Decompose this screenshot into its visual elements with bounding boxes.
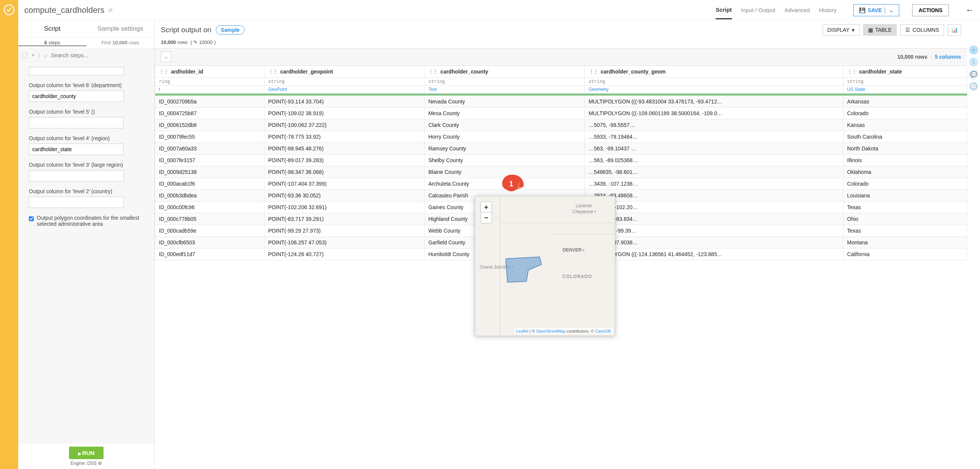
app-logo	[0, 0, 18, 469]
tab-advanced[interactable]: Advanced	[785, 2, 810, 19]
output-title: Script output on	[161, 26, 211, 34]
output-subheader: 10,000 rows ( ✎ 10000 )	[155, 40, 967, 49]
left-tab-script[interactable]: Script	[18, 21, 86, 37]
search-steps-input[interactable]	[51, 52, 151, 59]
side-history-icon[interactable]: 🕒	[969, 82, 978, 91]
column-header[interactable]: ⋮⋮ cardholder_geopoint	[264, 66, 425, 78]
svg-marker-6	[506, 257, 542, 282]
table-row[interactable]: ID_0007fe3157POINT(-89.017 39.283)Shelby…	[155, 155, 967, 166]
table-row[interactable]: ID_0002709b5aPOINT(-93.114 33.704)Nevada…	[155, 96, 967, 108]
chart-icon: 📊	[951, 27, 958, 33]
column-header[interactable]: ⋮⋮ cardholder_county_geom	[584, 66, 843, 78]
left-tab-sample[interactable]: Sample settings	[86, 21, 155, 37]
table-row[interactable]: ID_000acab1f6POINT(-107.404 37.399)Archu…	[155, 178, 967, 190]
map-label-cheyenne: Cheyenne •	[572, 209, 596, 214]
tab-io[interactable]: Input / Output	[741, 2, 776, 19]
field-label-l5: Output column for 'level 5' ()	[29, 109, 144, 115]
table-stats: 10,000 rows · 5 columns	[897, 54, 961, 60]
map-label-laramie: Laramie	[576, 203, 592, 208]
field-input-empty[interactable]	[29, 67, 124, 75]
poly-checkbox[interactable]	[29, 215, 34, 222]
side-info-icon[interactable]: i	[969, 58, 978, 67]
map-label-co: COLORADO	[562, 274, 592, 279]
field-input-l3[interactable]	[29, 170, 124, 181]
column-header[interactable]: ⋮⋮ ardholder_id	[155, 66, 264, 78]
engine-label[interactable]: Engine: DSS ⚙	[21, 461, 151, 466]
table-row[interactable]: ID_0006152db8POINT(-100.062 37.222)Clark…	[155, 119, 967, 131]
list-icon: ☰	[905, 27, 910, 33]
columns-button[interactable]: ☰ COLUMNS	[900, 24, 944, 36]
column-header[interactable]: ⋮⋮ cardholder_state	[843, 66, 967, 78]
side-add-icon[interactable]: ＋	[969, 46, 978, 55]
table-icon: ▦	[868, 27, 873, 33]
map-label-denver: DENVER •	[562, 247, 584, 253]
select-dropdown-icon[interactable]: ▼	[31, 53, 35, 57]
tab-history[interactable]: History	[819, 2, 837, 19]
search-icon: ⌕	[44, 52, 47, 59]
table-row[interactable]: ID_0007a60a33POINT(-98.945 48.276)Ramsey…	[155, 143, 967, 155]
actions-button[interactable]: ACTIONS	[912, 4, 949, 16]
field-input-l6[interactable]	[29, 90, 124, 102]
search-icon: ⌕	[165, 54, 168, 60]
side-chat-icon[interactable]: 💬	[969, 70, 978, 79]
rows-count[interactable]: First 10,000 rows	[86, 40, 155, 46]
table-view-button[interactable]: ▦ TABLE	[863, 24, 897, 36]
field-label-l4: Output column for 'level 4' (region)	[29, 135, 144, 141]
table-row[interactable]: ID_0004725b87POINT(-109.02 38.919)Mesa C…	[155, 108, 967, 119]
field-input-l4[interactable]	[29, 144, 124, 155]
table-row[interactable]: ID_0009d25138POINT(-98.347 36.068)Blaine…	[155, 166, 967, 178]
display-button[interactable]: DISPLAY ▾	[822, 24, 859, 36]
field-input-l2[interactable]	[29, 196, 124, 208]
field-label-l3: Output column for 'level 3' (large regio…	[29, 162, 144, 168]
annotation-marker-1: 1	[499, 175, 526, 196]
poly-checkbox-label: Output polygon coordinates for the small…	[37, 215, 144, 227]
table-search-button[interactable]: ⌕	[161, 52, 172, 62]
svg-text:1: 1	[509, 179, 513, 188]
refresh-icon[interactable]: ⟳	[108, 7, 113, 13]
column-header[interactable]: ⋮⋮ cardholder_county	[425, 66, 584, 78]
chart-button[interactable]: 📊	[948, 24, 961, 36]
field-label-l6: Output column for 'level 6' (department)	[29, 82, 144, 88]
chevron-down-icon: ▾	[852, 27, 854, 33]
select-all-checkbox[interactable]	[22, 53, 27, 58]
table-row[interactable]: ID_00079fec55POINT(-78.775 33.92)Horry C…	[155, 131, 967, 143]
save-dropdown-icon[interactable]: ⌄	[885, 7, 894, 13]
page-title: compute_cardholders	[24, 5, 105, 15]
pencil-icon[interactable]: ✎	[193, 40, 197, 45]
run-button[interactable]: RUN	[69, 447, 104, 459]
map-preview: + − Laramie Cheyenne • DENVER • Grand Ju…	[475, 196, 615, 336]
field-input-l5[interactable]	[29, 117, 124, 128]
field-label-l2: Output column for 'level 2' (country)	[29, 188, 144, 194]
tab-script[interactable]: Script	[716, 1, 732, 19]
steps-count[interactable]: 6 steps	[18, 40, 86, 46]
sample-badge[interactable]: Sample	[216, 25, 245, 35]
save-icon: 💾	[859, 7, 865, 13]
map-attribution: Leaflet | © OpenStreetMap contributors, …	[514, 328, 612, 334]
back-arrow-icon[interactable]: ←	[966, 5, 974, 15]
save-button[interactable]: 💾 SAVE ⌄	[853, 4, 899, 16]
